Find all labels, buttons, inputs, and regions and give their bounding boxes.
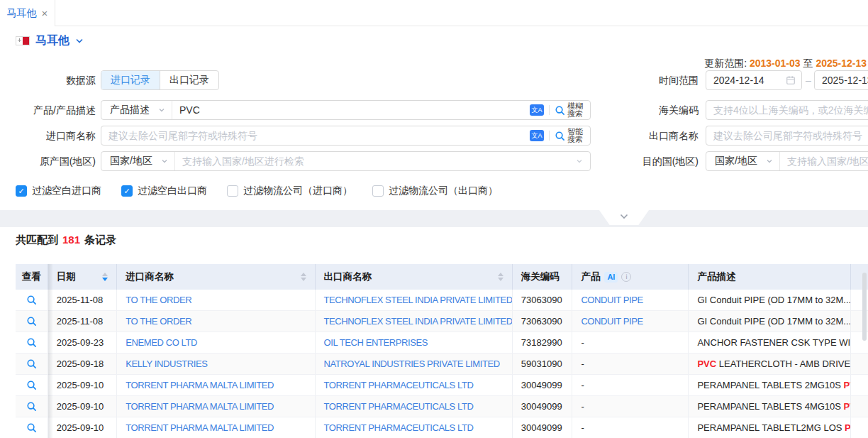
exporter-cell: TORRENT PHARMACEUTICALS LTD bbox=[316, 375, 513, 395]
close-icon[interactable]: × bbox=[42, 8, 48, 18]
collapse-filters-button[interactable] bbox=[599, 210, 649, 225]
column-header-3[interactable]: 出口商名称 bbox=[316, 264, 513, 290]
product-cell: CONDUIT PIPE bbox=[572, 290, 689, 310]
filter-checkboxes: ✓过滤空白进口商✓过滤空白出口商过滤物流公司（进口商）过滤物流公司（出口商） bbox=[16, 185, 498, 197]
origin-input[interactable] bbox=[175, 152, 576, 170]
desc-text: LEATHERCLOTH - AMB DRIVE (1... bbox=[716, 358, 851, 369]
desc-text: PVC... bbox=[845, 422, 851, 433]
exporter-link[interactable]: TORRENT PHARMACEUTICALS LTD bbox=[324, 380, 474, 390]
exporter-link[interactable]: TECHNOFLEX STEEL INDIA PRIVATE LIMITED bbox=[324, 295, 513, 305]
translate-icon[interactable]: 文A bbox=[530, 130, 544, 141]
view-record-button[interactable] bbox=[26, 380, 37, 390]
importer-input[interactable] bbox=[101, 126, 530, 145]
date-end-field[interactable] bbox=[814, 70, 868, 90]
exporter-link[interactable]: OIL TECH ENTERPRISES bbox=[324, 337, 428, 348]
column-label: 海关编码 bbox=[521, 270, 560, 283]
exporter-link[interactable]: TECHNOFLEX STEEL INDIA PRIVATE LIMITED bbox=[324, 316, 513, 327]
product-cell: - bbox=[572, 375, 689, 395]
desc-cell: GI Conduit PIPE (OD 17MM to 32M... bbox=[689, 311, 851, 332]
search-icon bbox=[26, 401, 37, 412]
importer-link[interactable]: TO THE ORDER bbox=[126, 316, 191, 327]
checkbox-icon[interactable] bbox=[227, 185, 238, 197]
translate-icon[interactable]: 文A bbox=[530, 104, 544, 116]
sort-icons[interactable] bbox=[301, 273, 306, 281]
destination-select[interactable]: 国家/地区 bbox=[706, 152, 780, 170]
smart-search-button[interactable]: 智能搜索 bbox=[555, 128, 584, 143]
product-type-select[interactable]: 产品描述 bbox=[101, 101, 172, 119]
exporter-link[interactable]: TORRENT PHARMACEUTICALS LTD bbox=[324, 422, 474, 433]
importer-cell: TO THE ORDER bbox=[117, 311, 315, 332]
exporter-input[interactable] bbox=[706, 126, 868, 145]
view-record-button[interactable] bbox=[26, 316, 37, 327]
filter-checkbox-0[interactable]: ✓过滤空白进口商 bbox=[16, 185, 101, 197]
tab-label: 马耳他 bbox=[7, 7, 37, 20]
app: 马耳他 × 马耳他 更新范围: 2013-01-03 至 2025-12-13 … bbox=[0, 0, 868, 438]
product-field: 产品描述 文A 模糊搜索 bbox=[101, 100, 591, 120]
origin-select[interactable]: 国家/地区 bbox=[101, 152, 175, 170]
checkbox-label: 过滤空白出口商 bbox=[138, 185, 207, 197]
hs-code-input[interactable] bbox=[706, 101, 868, 119]
view-record-button[interactable] bbox=[26, 401, 37, 412]
importer-field: 文A 智能搜索 bbox=[101, 126, 591, 146]
view-record-button[interactable] bbox=[26, 337, 37, 348]
destination-input[interactable] bbox=[780, 152, 868, 170]
importer-cell: KELLY INDUSTRIES bbox=[117, 354, 315, 374]
column-header-1[interactable]: 日期 bbox=[48, 264, 118, 290]
origin-field: 国家/地区 bbox=[101, 151, 591, 171]
date-start-field[interactable] bbox=[706, 70, 802, 90]
table-row: 2025-11-08TO THE ORDERTECHNOFLEX STEEL I… bbox=[16, 311, 868, 332]
checkbox-icon[interactable]: ✓ bbox=[121, 185, 133, 197]
exporter-link[interactable]: TORRENT PHARMACEUTICALS LTD bbox=[324, 401, 474, 412]
date-cell: 2025-09-18 bbox=[48, 354, 118, 374]
data-source-tab-0[interactable]: 进口记录 bbox=[101, 71, 160, 89]
view-record-button[interactable] bbox=[26, 358, 37, 369]
desc-text: PVC... bbox=[844, 401, 851, 412]
hs-code-field[interactable] bbox=[706, 100, 868, 120]
importer-link[interactable]: KELLY INDUSTRIES bbox=[126, 358, 207, 369]
importer-link[interactable]: TORRENT PHARMA MALTA LIMITED bbox=[126, 422, 274, 433]
checkbox-icon[interactable]: ✓ bbox=[16, 185, 27, 197]
product-type-value: 产品描述 bbox=[110, 104, 150, 116]
exporter-link[interactable]: NATROYAL INDUSTRIES PRIVATE LIMITED bbox=[324, 358, 500, 369]
product-cell: CONDUIT PIPE bbox=[572, 311, 689, 332]
product-link[interactable]: CONDUIT PIPE bbox=[581, 316, 642, 327]
sort-icons[interactable] bbox=[102, 273, 108, 281]
date-end-input[interactable] bbox=[815, 71, 868, 89]
overflow-cell bbox=[851, 417, 868, 438]
checkbox-label: 过滤空白进口商 bbox=[32, 185, 101, 197]
result-count-suffix: 条记录 bbox=[84, 234, 116, 246]
product-link[interactable]: CONDUIT PIPE bbox=[581, 295, 642, 305]
product-cell: - bbox=[572, 396, 689, 417]
exporter-cell: NATROYAL INDUSTRIES PRIVATE LIMITED bbox=[316, 354, 513, 374]
checkbox-icon[interactable] bbox=[372, 185, 384, 197]
tab-bar: 马耳他 × bbox=[0, 0, 868, 26]
date-range-separator: – bbox=[804, 70, 813, 90]
calendar-icon[interactable] bbox=[786, 75, 796, 85]
fuzzy-search-button[interactable]: 模糊搜索 bbox=[555, 102, 584, 118]
importer-cell: TORRENT PHARMA MALTA LIMITED bbox=[117, 396, 315, 417]
tab-malta[interactable]: 马耳他 × bbox=[0, 0, 55, 26]
importer-link[interactable]: TO THE ORDER bbox=[126, 295, 191, 305]
filter-checkbox-1[interactable]: ✓过滤空白出口商 bbox=[121, 185, 207, 197]
filter-checkbox-2[interactable]: 过滤物流公司（进口商） bbox=[227, 185, 352, 197]
date-cell: 2025-09-10 bbox=[48, 375, 118, 395]
exporter-field[interactable] bbox=[706, 126, 868, 146]
search-icon bbox=[26, 380, 37, 390]
search-icon bbox=[555, 105, 565, 116]
checkbox-label: 过滤物流公司（进口商） bbox=[243, 185, 352, 197]
importer-link[interactable]: TORRENT PHARMA MALTA LIMITED bbox=[126, 380, 274, 390]
view-record-button[interactable] bbox=[26, 422, 37, 433]
product-cell: - bbox=[572, 332, 689, 353]
importer-link[interactable]: ENEMED CO LTD bbox=[126, 337, 197, 348]
date-start-input[interactable] bbox=[706, 71, 786, 89]
column-header-2[interactable]: 进口商名称 bbox=[117, 264, 315, 290]
sort-icons[interactable] bbox=[498, 273, 503, 281]
product-input[interactable] bbox=[172, 101, 530, 119]
filter-checkbox-3[interactable]: 过滤物流公司（出口商） bbox=[372, 185, 498, 197]
data-source-tab-1[interactable]: 出口记录 bbox=[160, 71, 218, 89]
records-table: 查看日期进口商名称出口商名称海关编码产品AIi产品描述 2025-11-08TO… bbox=[16, 264, 868, 438]
view-record-button[interactable] bbox=[26, 295, 37, 305]
vertical-scrollbar-thumb[interactable] bbox=[862, 273, 867, 341]
importer-link[interactable]: TORRENT PHARMA MALTA LIMITED bbox=[126, 401, 274, 412]
country-selector[interactable]: 马耳他 bbox=[0, 26, 84, 55]
